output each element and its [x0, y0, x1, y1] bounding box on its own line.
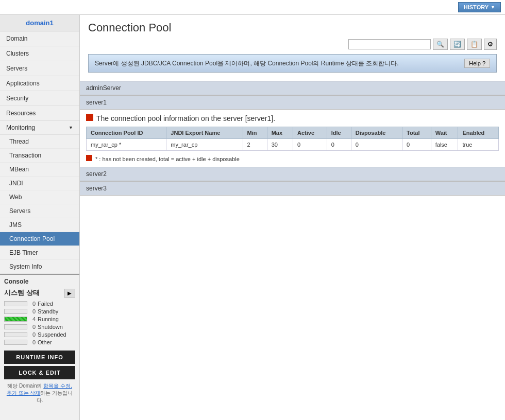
cell-wait: false [431, 139, 458, 151]
svg-rect-0 [86, 114, 93, 121]
sidebar-item-jndi[interactable]: JNDI [0, 177, 79, 190]
system-state-button[interactable]: ▶ [64, 289, 75, 297]
status-bar-suspended [4, 332, 27, 337]
sidebar-item-servers[interactable]: Servers [0, 61, 79, 76]
cell-total: 0 [402, 139, 431, 151]
status-row-suspended: 0 Suspended [4, 331, 75, 338]
col-header-idle: Idle [327, 127, 351, 139]
section-title-text: The connection pool information on the s… [96, 114, 275, 122]
status-bar-fill-running [5, 317, 27, 321]
status-bar-standby [4, 309, 27, 314]
status-row-other: 0 Other [4, 339, 75, 345]
note-text: * : has not been created, total = active… [95, 156, 240, 162]
sidebar-item-servers-mon[interactable]: Servers [0, 204, 79, 218]
status-row-running: 4 Running [4, 316, 75, 322]
status-count-failed: 0 [29, 301, 36, 307]
col-header-active: Active [293, 127, 327, 139]
console-title: Console [4, 278, 75, 285]
col-header-max: Max [267, 127, 293, 139]
status-row-shutdown: 0 Shutdown [4, 324, 75, 330]
sidebar-item-connection-pool[interactable]: Connection Pool [0, 232, 79, 246]
status-count-running: 4 [29, 316, 36, 322]
status-label-failed: Failed [38, 301, 53, 307]
sidebar-item-domain[interactable]: Domain [0, 31, 79, 46]
status-label-other: Other [38, 339, 52, 345]
description-bar: Server에 생성된 JDBC/JCA Connection Pool을 제어… [88, 54, 497, 73]
search-button[interactable]: 🔍 [433, 39, 448, 50]
status-label-running: Running [38, 316, 59, 322]
section-title: The connection pool information on the s… [86, 114, 499, 122]
col-header-min: Min [243, 127, 267, 139]
footer-description: 해당 Domain의 항목을 수정, 추가 또는 삭제하는 기능입니다. [4, 382, 75, 404]
cell-disposable: 0 [351, 139, 402, 151]
status-bar-shutdown [4, 324, 27, 329]
cell-jndi: my_rar_cp [166, 139, 243, 151]
sidebar-monitoring-header[interactable]: Monitoring ▼ [0, 121, 79, 135]
content-header: Connection Pool 🔍 🔄 📋 ⚙ Server에 생성된 JDBC… [80, 15, 505, 81]
monitoring-expand-icon: ▼ [69, 125, 73, 130]
sidebar-item-web[interactable]: Web [0, 190, 79, 204]
system-state-title: 시스템 상태 [4, 288, 40, 297]
col-header-pool-id: Connection Pool ID [87, 127, 166, 139]
lock-edit-button[interactable]: LOCK & EDIT [4, 366, 75, 379]
col-header-enabled: Enabled [458, 127, 499, 139]
server-row-server2[interactable]: server2 [80, 167, 505, 181]
note-icon [86, 155, 92, 163]
cell-max: 30 [267, 139, 293, 151]
status-count-suspended: 0 [29, 331, 36, 338]
content-area: Connection Pool 🔍 🔄 📋 ⚙ Server에 생성된 JDBC… [80, 15, 505, 420]
server-row-server3[interactable]: server3 [80, 181, 505, 196]
conn-pool-section: The connection pool information on the s… [80, 110, 505, 167]
console-section: Console 시스템 상태 ▶ 0 Failed 0 Standby 4 [0, 274, 79, 407]
status-row-failed: 0 Failed [4, 301, 75, 307]
export-button[interactable]: 📋 [467, 39, 482, 50]
status-label-shutdown: Shutdown [38, 324, 63, 330]
cell-active: 0 [293, 139, 327, 151]
toolbar: 🔍 🔄 📋 ⚙ [88, 39, 497, 50]
system-state-header: 시스템 상태 ▶ [4, 288, 75, 297]
note-row: * : has not been created, total = active… [86, 155, 499, 163]
sidebar-item-clusters[interactable]: Clusters [0, 46, 79, 61]
sidebar-item-jms[interactable]: JMS [0, 218, 79, 232]
sidebar-item-security[interactable]: Security [0, 91, 79, 106]
sidebar-item-resources[interactable]: Resources [0, 106, 79, 121]
description-text: Server에 생성된 JDBC/JCA Connection Pool을 제어… [95, 59, 399, 68]
status-label-suspended: Suspended [38, 331, 66, 338]
status-bar-other [4, 340, 27, 345]
runtime-info-button[interactable]: RUNTIME INFO [4, 351, 75, 364]
connection-pool-table: Connection Pool ID JNDI Export Name Min … [86, 127, 499, 151]
server-row-admin[interactable]: adminServer [80, 81, 505, 95]
history-button[interactable]: HISTORY [458, 2, 501, 12]
status-count-standby: 0 [29, 308, 36, 314]
help-button[interactable]: Help ? [464, 59, 490, 68]
sidebar-item-ejb-timer[interactable]: EJB Timer [0, 246, 79, 260]
sidebar-item-system-info[interactable]: System Info [0, 260, 79, 274]
sidebar-item-mbean[interactable]: MBean [0, 163, 79, 177]
sidebar: domain1 Domain Clusters Servers Applicat… [0, 15, 80, 420]
cell-pool-id[interactable]: my_rar_cp * [87, 139, 166, 151]
sidebar-item-applications[interactable]: Applications [0, 76, 79, 91]
search-input[interactable] [348, 39, 431, 49]
table-row: my_rar_cp * my_rar_cp 2 30 0 0 0 0 false… [87, 139, 499, 151]
page-title: Connection Pool [88, 21, 497, 34]
server-row-server1[interactable]: server1 [80, 95, 505, 110]
col-header-jndi: JNDI Export Name [166, 127, 243, 139]
sidebar-item-transaction[interactable]: Transaction [0, 149, 79, 163]
cell-enabled: true [458, 139, 499, 151]
cell-min: 2 [243, 139, 267, 151]
sidebar-item-thread[interactable]: Thread [0, 135, 79, 149]
status-bar-running [4, 317, 27, 322]
section-title-icon [86, 114, 93, 122]
col-header-disposable: Disposable [351, 127, 402, 139]
sidebar-monitoring-label: Monitoring [6, 124, 35, 131]
cell-idle: 0 [327, 139, 351, 151]
status-count-shutdown: 0 [29, 324, 36, 330]
status-count-other: 0 [29, 339, 36, 345]
footer-link[interactable]: 항목을 수정, 추가 또는 삭제 [7, 383, 72, 396]
sidebar-domain-name[interactable]: domain1 [0, 15, 79, 31]
svg-rect-1 [86, 155, 92, 161]
settings-button[interactable]: ⚙ [484, 39, 497, 50]
status-bar-failed [4, 301, 27, 306]
col-header-total: Total [402, 127, 431, 139]
refresh-button[interactable]: 🔄 [450, 39, 465, 50]
